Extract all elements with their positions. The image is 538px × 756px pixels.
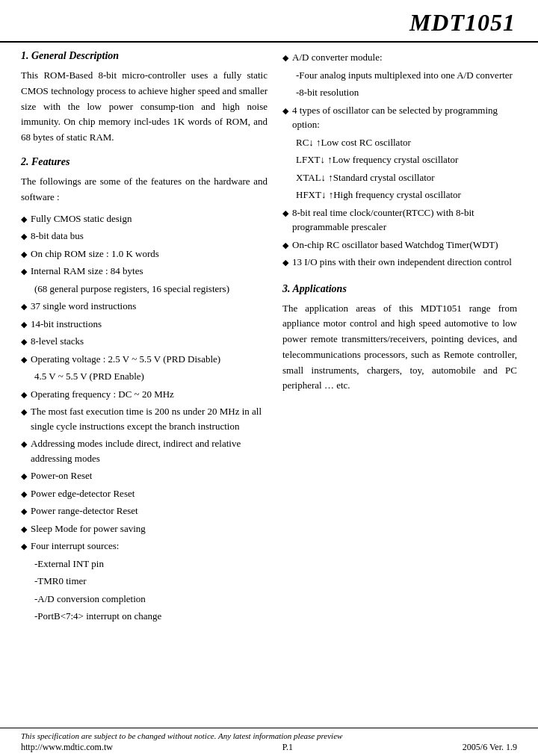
right-features-list: A/D converter module: -Four analog input…: [282, 50, 517, 270]
list-item-ad-sub1: -Four analog inputs multiplexed into one…: [282, 68, 517, 83]
list-item-interrupt-sub: -A/D conversion completion: [21, 592, 268, 607]
list-item: Addressing modes include direct, indirec…: [21, 436, 268, 465]
section3-title: 3. Applications: [282, 283, 517, 295]
list-item: Internal RAM size : 84 bytes: [21, 264, 268, 279]
bullet-icon: [21, 404, 31, 419]
list-item-interrupt-sub: -TMR0 timer: [21, 574, 268, 589]
list-item: Operating frequency : DC ~ 20 MHz: [21, 387, 268, 402]
bullet-icon: [21, 317, 31, 332]
bullet-icon: [21, 486, 31, 501]
section1-title: 1. General Description: [21, 50, 268, 62]
bullet-icon: [21, 504, 31, 518]
list-item-osc-xtal: XTAL↓ ↑Standard crystal oscillator: [282, 170, 517, 185]
features-list: Fully CMOS static design 8-bit data bus …: [21, 211, 268, 624]
list-item: Four interrupt sources:: [21, 539, 268, 554]
list-item: On chip ROM size : 1.0 K words: [21, 247, 268, 261]
header: MDT1051: [0, 0, 538, 43]
list-item-wdt: On-chip RC oscillator based Watchdog Tim…: [282, 238, 517, 252]
bullet-icon: [21, 247, 31, 261]
bullet-icon: [21, 436, 31, 451]
document-title: MDT1051: [409, 9, 516, 37]
bullet-icon: [21, 211, 31, 226]
bullet-icon: [282, 50, 292, 65]
bullet-icon: [21, 387, 31, 402]
section3-body: The application areas of this MDT1051 ra…: [282, 301, 517, 394]
footer-notice: This specification are subject to be cha…: [21, 731, 517, 740]
list-item: Sleep Mode for power saving: [21, 521, 268, 536]
bullet-icon: [21, 264, 31, 279]
bullet-icon: [21, 468, 31, 483]
bullet-icon: [282, 255, 292, 270]
footer: This specification are subject to be cha…: [0, 728, 538, 756]
footer-version: 2005/6 Ver. 1.9: [463, 742, 517, 753]
list-item: Power range-detector Reset: [21, 504, 268, 518]
list-item-osc: 4 types of oscillator can be selected by…: [282, 103, 517, 132]
list-item: 37 single word instructions: [21, 299, 268, 314]
list-item-osc-hfxt: HFXT↓ ↑High frequency crystal oscillator: [282, 188, 517, 202]
list-item: 14-bit instructions: [21, 317, 268, 332]
list-item-ad: A/D converter module:: [282, 50, 517, 65]
list-item: Operating voltage : 2.5 V ~ 5.5 V (PRD D…: [21, 352, 268, 367]
bullet-icon: [21, 334, 31, 349]
list-item: Fully CMOS static design: [21, 211, 268, 226]
list-item: Power edge-detector Reset: [21, 486, 268, 501]
footer-page: P.1: [282, 742, 293, 753]
list-item-rtcc: 8-bit real time clock/counter(RTCC) with…: [282, 205, 517, 235]
list-item-voltage-indent: 4.5 V ~ 5.5 V (PRD Enable): [21, 369, 268, 384]
list-item-interrupt-sub: -External INT pin: [21, 557, 268, 571]
section2-intro: The followings are some of the features …: [21, 174, 268, 205]
list-item: 8-bit data bus: [21, 229, 268, 244]
section1-body: This ROM-Based 8-bit micro-controller us…: [21, 68, 268, 146]
footer-bottom: http://www.mdtic.com.tw P.1 2005/6 Ver. …: [21, 742, 517, 753]
bullet-icon: [21, 352, 31, 367]
page: MDT1051 1. General Description This ROM-…: [0, 0, 538, 756]
list-item: Power-on Reset: [21, 468, 268, 483]
list-item-ram-indent: (68 general purpose registers, 16 specia…: [21, 282, 268, 297]
list-item: The most fast execution time is 200 ns u…: [21, 404, 268, 433]
list-item-osc-rc: RC↓ ↑Low cost RC oscillator: [282, 135, 517, 150]
list-item-interrupt-sub: -PortB<7:4> interrupt on change: [21, 609, 268, 624]
section2-title: 2. Features: [21, 156, 268, 168]
bullet-icon: [21, 299, 31, 314]
bullet-icon: [282, 103, 292, 118]
bullet-icon: [21, 521, 31, 536]
left-column: 1. General Description This ROM-Based 8-…: [21, 50, 268, 728]
list-item-osc-lfxt: LFXT↓ ↑Low frequency crystal oscillator: [282, 152, 517, 167]
list-item-ad-sub2: -8-bit resolution: [282, 85, 517, 100]
list-item-io: 13 I/O pins with their own independent d…: [282, 255, 517, 270]
bullet-icon: [21, 539, 31, 554]
bullet-icon: [282, 238, 292, 252]
list-item: 8-level stacks: [21, 334, 268, 349]
right-column: A/D converter module: -Four analog input…: [282, 50, 517, 728]
main-content: 1. General Description This ROM-Based 8-…: [0, 43, 538, 728]
footer-url: http://www.mdtic.com.tw: [21, 742, 113, 753]
bullet-icon: [282, 205, 292, 220]
bullet-icon: [21, 229, 31, 244]
